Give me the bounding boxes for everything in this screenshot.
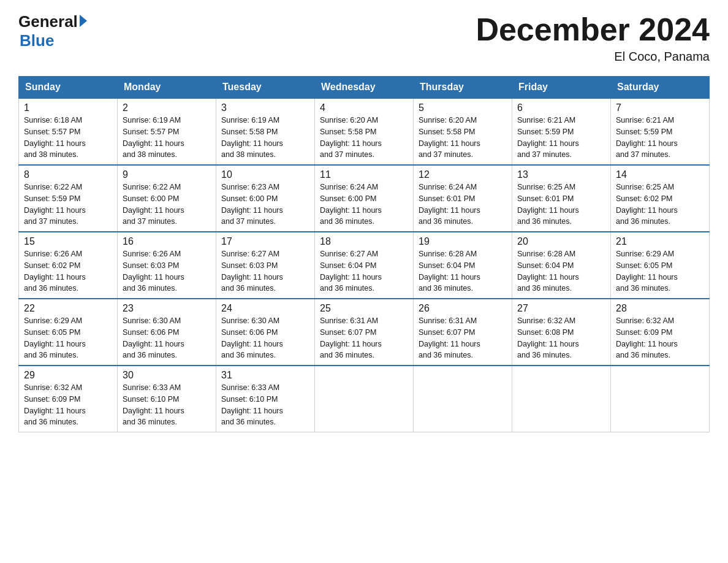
calendar-cell: 21Sunrise: 6:29 AMSunset: 6:05 PMDayligh… bbox=[611, 232, 710, 299]
day-number: 30 bbox=[123, 370, 211, 381]
calendar-cell: 13Sunrise: 6:25 AMSunset: 6:01 PMDayligh… bbox=[512, 165, 611, 232]
calendar-cell: 30Sunrise: 6:33 AMSunset: 6:10 PMDayligh… bbox=[118, 366, 216, 432]
day-info: Sunrise: 6:27 AMSunset: 6:03 PMDaylight:… bbox=[221, 248, 309, 294]
calendar-cell: 28Sunrise: 6:32 AMSunset: 6:09 PMDayligh… bbox=[611, 299, 710, 366]
weekday-header-friday: Friday bbox=[512, 77, 611, 99]
day-info: Sunrise: 6:27 AMSunset: 6:04 PMDaylight:… bbox=[320, 248, 408, 294]
day-info: Sunrise: 6:22 AMSunset: 6:00 PMDaylight:… bbox=[123, 182, 211, 228]
calendar-cell: 15Sunrise: 6:26 AMSunset: 6:02 PMDayligh… bbox=[19, 232, 118, 299]
day-number: 5 bbox=[419, 102, 507, 113]
day-info: Sunrise: 6:23 AMSunset: 6:00 PMDaylight:… bbox=[221, 182, 309, 228]
day-number: 3 bbox=[221, 102, 309, 113]
logo-text: General bbox=[18, 12, 87, 31]
calendar-cell bbox=[512, 366, 611, 432]
day-info: Sunrise: 6:25 AMSunset: 6:02 PMDaylight:… bbox=[616, 182, 704, 228]
calendar-cell: 25Sunrise: 6:31 AMSunset: 6:07 PMDayligh… bbox=[315, 299, 414, 366]
day-number: 1 bbox=[24, 102, 112, 113]
day-info: Sunrise: 6:25 AMSunset: 6:01 PMDaylight:… bbox=[517, 182, 605, 228]
day-number: 17 bbox=[221, 236, 309, 247]
day-number: 31 bbox=[221, 370, 309, 381]
calendar-week-row: 1Sunrise: 6:18 AMSunset: 5:57 PMDaylight… bbox=[19, 98, 710, 165]
calendar-cell: 18Sunrise: 6:27 AMSunset: 6:04 PMDayligh… bbox=[315, 232, 414, 299]
day-number: 13 bbox=[517, 169, 605, 180]
calendar-cell bbox=[611, 366, 710, 432]
day-info: Sunrise: 6:21 AMSunset: 5:59 PMDaylight:… bbox=[517, 115, 605, 161]
calendar-cell: 5Sunrise: 6:20 AMSunset: 5:58 PMDaylight… bbox=[414, 98, 512, 165]
logo-blue-text: Blue bbox=[20, 31, 54, 50]
day-number: 9 bbox=[123, 169, 211, 180]
weekday-header-sunday: Sunday bbox=[19, 77, 118, 99]
day-number: 11 bbox=[320, 169, 408, 180]
month-title: December 2024 bbox=[476, 12, 710, 47]
calendar-cell: 11Sunrise: 6:24 AMSunset: 6:00 PMDayligh… bbox=[315, 165, 414, 232]
day-info: Sunrise: 6:20 AMSunset: 5:58 PMDaylight:… bbox=[320, 115, 408, 161]
day-number: 14 bbox=[616, 169, 704, 180]
day-info: Sunrise: 6:28 AMSunset: 6:04 PMDaylight:… bbox=[419, 248, 507, 294]
calendar-week-row: 8Sunrise: 6:22 AMSunset: 5:59 PMDaylight… bbox=[19, 165, 710, 232]
day-info: Sunrise: 6:31 AMSunset: 6:07 PMDaylight:… bbox=[419, 315, 507, 361]
calendar-cell: 4Sunrise: 6:20 AMSunset: 5:58 PMDaylight… bbox=[315, 98, 414, 165]
logo-general-text: General bbox=[18, 12, 78, 31]
calendar-cell: 16Sunrise: 6:26 AMSunset: 6:03 PMDayligh… bbox=[118, 232, 216, 299]
day-info: Sunrise: 6:19 AMSunset: 5:57 PMDaylight:… bbox=[123, 115, 211, 161]
day-number: 16 bbox=[123, 236, 211, 247]
day-info: Sunrise: 6:19 AMSunset: 5:58 PMDaylight:… bbox=[221, 115, 309, 161]
day-number: 19 bbox=[419, 236, 507, 247]
page-header: General Blue December 2024 El Coco, Pana… bbox=[18, 12, 710, 64]
calendar-cell: 8Sunrise: 6:22 AMSunset: 5:59 PMDaylight… bbox=[19, 165, 118, 232]
calendar-cell: 31Sunrise: 6:33 AMSunset: 6:10 PMDayligh… bbox=[216, 366, 315, 432]
day-info: Sunrise: 6:21 AMSunset: 5:59 PMDaylight:… bbox=[616, 115, 704, 161]
weekday-header-row: SundayMondayTuesdayWednesdayThursdayFrid… bbox=[19, 77, 710, 99]
calendar-cell: 10Sunrise: 6:23 AMSunset: 6:00 PMDayligh… bbox=[216, 165, 315, 232]
day-info: Sunrise: 6:32 AMSunset: 6:09 PMDaylight:… bbox=[24, 382, 112, 428]
day-number: 8 bbox=[24, 169, 112, 180]
calendar-week-row: 29Sunrise: 6:32 AMSunset: 6:09 PMDayligh… bbox=[19, 366, 710, 432]
day-number: 2 bbox=[123, 102, 211, 113]
calendar-cell: 2Sunrise: 6:19 AMSunset: 5:57 PMDaylight… bbox=[118, 98, 216, 165]
day-number: 29 bbox=[24, 370, 112, 381]
day-number: 21 bbox=[616, 236, 704, 247]
calendar-week-row: 15Sunrise: 6:26 AMSunset: 6:02 PMDayligh… bbox=[19, 232, 710, 299]
calendar-table: SundayMondayTuesdayWednesdayThursdayFrid… bbox=[18, 76, 710, 432]
location-text: El Coco, Panama bbox=[476, 50, 710, 64]
calendar-cell: 22Sunrise: 6:29 AMSunset: 6:05 PMDayligh… bbox=[19, 299, 118, 366]
calendar-cell: 23Sunrise: 6:30 AMSunset: 6:06 PMDayligh… bbox=[118, 299, 216, 366]
calendar-cell: 7Sunrise: 6:21 AMSunset: 5:59 PMDaylight… bbox=[611, 98, 710, 165]
title-area: December 2024 El Coco, Panama bbox=[476, 12, 710, 64]
day-info: Sunrise: 6:30 AMSunset: 6:06 PMDaylight:… bbox=[123, 315, 211, 361]
calendar-cell: 1Sunrise: 6:18 AMSunset: 5:57 PMDaylight… bbox=[19, 98, 118, 165]
calendar-cell: 27Sunrise: 6:32 AMSunset: 6:08 PMDayligh… bbox=[512, 299, 611, 366]
day-info: Sunrise: 6:24 AMSunset: 6:01 PMDaylight:… bbox=[419, 182, 507, 228]
day-number: 27 bbox=[517, 303, 605, 314]
calendar-cell: 6Sunrise: 6:21 AMSunset: 5:59 PMDaylight… bbox=[512, 98, 611, 165]
calendar-cell: 3Sunrise: 6:19 AMSunset: 5:58 PMDaylight… bbox=[216, 98, 315, 165]
day-number: 7 bbox=[616, 102, 704, 113]
calendar-cell: 17Sunrise: 6:27 AMSunset: 6:03 PMDayligh… bbox=[216, 232, 315, 299]
day-info: Sunrise: 6:29 AMSunset: 6:05 PMDaylight:… bbox=[616, 248, 704, 294]
logo: General Blue bbox=[18, 12, 87, 50]
weekday-header-saturday: Saturday bbox=[611, 77, 710, 99]
calendar-cell: 26Sunrise: 6:31 AMSunset: 6:07 PMDayligh… bbox=[414, 299, 512, 366]
day-number: 15 bbox=[24, 236, 112, 247]
day-info: Sunrise: 6:33 AMSunset: 6:10 PMDaylight:… bbox=[221, 382, 309, 428]
day-info: Sunrise: 6:33 AMSunset: 6:10 PMDaylight:… bbox=[123, 382, 211, 428]
weekday-header-monday: Monday bbox=[118, 77, 216, 99]
day-number: 23 bbox=[123, 303, 211, 314]
day-info: Sunrise: 6:20 AMSunset: 5:58 PMDaylight:… bbox=[419, 115, 507, 161]
weekday-header-thursday: Thursday bbox=[414, 77, 512, 99]
calendar-cell: 24Sunrise: 6:30 AMSunset: 6:06 PMDayligh… bbox=[216, 299, 315, 366]
day-number: 10 bbox=[221, 169, 309, 180]
weekday-header-tuesday: Tuesday bbox=[216, 77, 315, 99]
day-number: 26 bbox=[419, 303, 507, 314]
day-number: 25 bbox=[320, 303, 408, 314]
day-number: 18 bbox=[320, 236, 408, 247]
day-number: 28 bbox=[616, 303, 704, 314]
day-info: Sunrise: 6:24 AMSunset: 6:00 PMDaylight:… bbox=[320, 182, 408, 228]
day-info: Sunrise: 6:30 AMSunset: 6:06 PMDaylight:… bbox=[221, 315, 309, 361]
day-info: Sunrise: 6:18 AMSunset: 5:57 PMDaylight:… bbox=[24, 115, 112, 161]
day-info: Sunrise: 6:28 AMSunset: 6:04 PMDaylight:… bbox=[517, 248, 605, 294]
calendar-cell: 9Sunrise: 6:22 AMSunset: 6:00 PMDaylight… bbox=[118, 165, 216, 232]
day-info: Sunrise: 6:31 AMSunset: 6:07 PMDaylight:… bbox=[320, 315, 408, 361]
day-info: Sunrise: 6:26 AMSunset: 6:03 PMDaylight:… bbox=[123, 248, 211, 294]
calendar-cell: 20Sunrise: 6:28 AMSunset: 6:04 PMDayligh… bbox=[512, 232, 611, 299]
